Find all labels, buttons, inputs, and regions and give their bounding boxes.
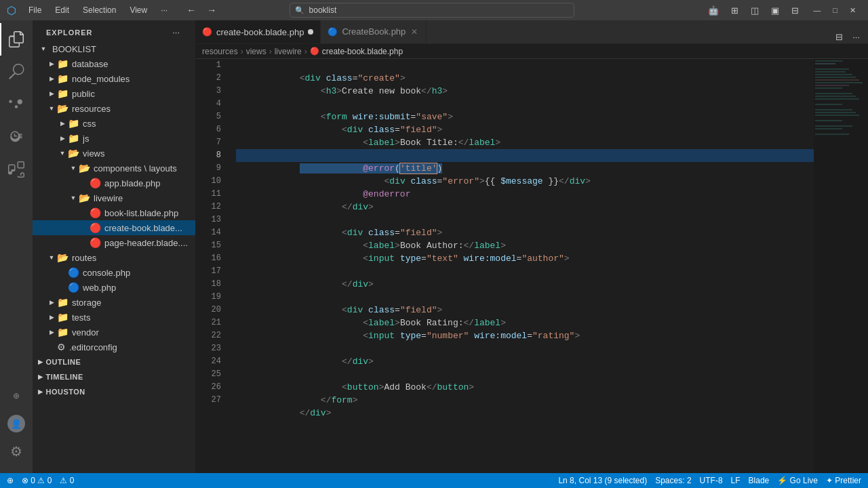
folder-open-icon: 📂 (57, 252, 68, 263)
code-line-26: </form> (236, 381, 814, 394)
code-content[interactable]: <div class="create"> <h3>Create new book… (229, 59, 814, 473)
tree-item-editorconfig[interactable]: ▶ ⚙ .editorconfig (33, 340, 195, 354)
line-num-3: 3 (195, 85, 221, 98)
activity-run-debug[interactable] (0, 121, 33, 153)
status-language[interactable]: Blade (749, 476, 770, 485)
more-actions-button[interactable]: ··· (850, 30, 863, 43)
layout-button-2[interactable]: ◫ (747, 4, 762, 17)
tree-item-node-modules[interactable]: ▶ 📁 node_modules (33, 71, 195, 86)
layout-button-3[interactable]: ▣ (768, 4, 783, 17)
tree-item-console[interactable]: ▶ 🔵 console.php (33, 265, 195, 280)
tree-label-css: css (83, 119, 96, 129)
chevron-right-icon: ▶ (57, 133, 68, 144)
tree-item-routes[interactable]: ▼ 📂 routes (33, 250, 195, 265)
tree-item-js[interactable]: ▶ 📁 js (33, 131, 195, 146)
svg-rect-20 (815, 134, 849, 135)
nav-forward[interactable]: → (203, 3, 220, 17)
status-spaces[interactable]: Spaces: 2 (655, 476, 691, 485)
tree-item-database[interactable]: ▶ 📁 database (33, 56, 195, 71)
blade-file-icon: 🔴 (90, 222, 101, 233)
menu-view[interactable]: View (124, 4, 153, 16)
split-editor-button[interactable]: ⊟ (833, 30, 846, 43)
tree-item-web[interactable]: ▶ 🔵 web.php (33, 280, 195, 295)
tree-item-page-header[interactable]: ▶ 🔴 page-header.blade.... (33, 235, 195, 250)
line-num-27: 27 (195, 394, 221, 407)
code-line-13: <div class="field"> (236, 214, 814, 226)
breadcrumb-current-file[interactable]: create-book.blade.php (322, 47, 403, 56)
menu-edit[interactable]: Edit (50, 4, 75, 16)
account-avatar[interactable]: 👤 (7, 415, 25, 432)
activity-source-control[interactable] (0, 88, 33, 121)
status-prettier[interactable]: ✦ Prettier (826, 476, 861, 485)
code-editor[interactable]: 1 2 3 4 5 6 7 8 9 10 11 12 13 14 15 16 1 (195, 59, 868, 473)
breadcrumb: resources › views › livewire › 🔴 create-… (195, 44, 868, 59)
status-position[interactable]: Ln 8, Col 13 (9 selected) (558, 476, 647, 485)
activity-explorer[interactable] (0, 23, 33, 56)
minimize-button[interactable]: — (808, 3, 826, 18)
tree-item-tests[interactable]: ▶ 📁 tests (33, 310, 195, 325)
section-outline-label: OUTLINE (46, 358, 81, 366)
layout-button-1[interactable]: ⊞ (728, 4, 742, 17)
status-line-endings[interactable]: LF (731, 476, 741, 485)
code-line-2: <h3>Create new book</h3> (236, 72, 814, 85)
line-num-23: 23 (195, 342, 221, 355)
breadcrumb-resources[interactable]: resources (202, 47, 238, 56)
section-timeline[interactable]: ▶ TIMELINE (33, 369, 195, 384)
code-line-7: <input type="text" wire:model="title"> (236, 136, 814, 149)
folder-open-icon: 📂 (79, 163, 90, 174)
menu-selection[interactable]: Selection (77, 4, 121, 16)
nav-back[interactable]: ← (182, 3, 200, 17)
tree-item-livewire[interactable]: ▼ 📂 livewire (33, 190, 195, 205)
line-num-6: 6 (195, 123, 221, 136)
status-encoding[interactable]: UTF-8 (700, 476, 723, 485)
tree-label-node-modules: node_modules (72, 74, 130, 84)
search-input[interactable] (290, 3, 574, 18)
section-timeline-label: TIMELINE (46, 373, 83, 381)
activity-extensions[interactable] (0, 153, 33, 186)
tree-root-booklist[interactable]: ▼ BOOKLIST (33, 41, 195, 56)
activity-remote[interactable]: ⊕ (0, 380, 33, 412)
line-num-25: 25 (195, 368, 221, 381)
section-houston[interactable]: ▶ HOUSTON (33, 384, 195, 399)
tree-root-label: BOOKLIST (52, 44, 96, 54)
tree-item-storage[interactable]: ▶ 📁 storage (33, 295, 195, 310)
tab-create-book[interactable]: 🔴 create-book.blade.php (195, 20, 321, 43)
tree-item-css[interactable]: ▶ 📁 css (33, 116, 195, 131)
code-line-5: <div class="field"> (236, 110, 814, 123)
status-warnings[interactable]: ⚠ 0 (60, 476, 74, 485)
chevron-right-icon: ▶ (46, 58, 57, 69)
tree-item-app-blade[interactable]: ▶ 🔴 app.blade.php (33, 176, 195, 190)
code-line-17: </div> (236, 265, 814, 278)
tree-item-book-list[interactable]: ▶ 🔴 book-list.blade.php (33, 205, 195, 220)
chevron-down-icon: ▼ (46, 103, 57, 114)
copilot-button[interactable]: 🤖 (705, 4, 722, 17)
breadcrumb-livewire[interactable]: livewire (275, 47, 302, 56)
tab-close-button[interactable]: ✕ (410, 26, 419, 38)
tree-item-resources[interactable]: ▼ 📂 resources (33, 101, 195, 116)
activity-settings[interactable]: ⚙ (0, 435, 33, 468)
code-line-14: <label>Book Author:</label> (236, 226, 814, 239)
status-remote[interactable]: ⊕ (7, 476, 14, 485)
tree-item-create-book[interactable]: ▶ 🔴 create-book.blade... (33, 220, 195, 235)
tree-item-vendor[interactable]: ▶ 📁 vendor (33, 325, 195, 340)
folder-closed-icon: 📁 (57, 297, 68, 308)
activity-search[interactable] (0, 56, 33, 88)
chevron-right-icon: ▶ (38, 388, 43, 395)
sidebar-more-button[interactable]: ··· (170, 26, 182, 39)
status-errors[interactable]: ⊗ 0 ⚠ 0 (22, 476, 52, 485)
maximize-button[interactable]: □ (827, 3, 843, 18)
line-numbers: 1 2 3 4 5 6 7 8 9 10 11 12 13 14 15 16 1 (195, 59, 229, 473)
breadcrumb-views[interactable]: views (246, 47, 267, 56)
code-line-21: <input type="number" wire:model="rating"… (236, 317, 814, 329)
tree-item-public[interactable]: ▶ 📁 public (33, 86, 195, 101)
tree-item-views[interactable]: ▼ 📂 views (33, 146, 195, 161)
layout-button-4[interactable]: ⊟ (788, 4, 802, 17)
tab-createbook-php[interactable]: 🔵 CreateBook.php ✕ (321, 20, 427, 43)
section-outline[interactable]: ▶ OUTLINE (33, 354, 195, 369)
menu-more[interactable]: ··· (155, 4, 173, 16)
code-line-22 (236, 329, 814, 342)
close-button[interactable]: ✕ (844, 3, 861, 18)
status-go-live[interactable]: ⚡ Go Live (777, 476, 818, 485)
menu-file[interactable]: File (23, 4, 47, 16)
tree-item-components-layouts[interactable]: ▼ 📂 components \ layouts (33, 161, 195, 176)
